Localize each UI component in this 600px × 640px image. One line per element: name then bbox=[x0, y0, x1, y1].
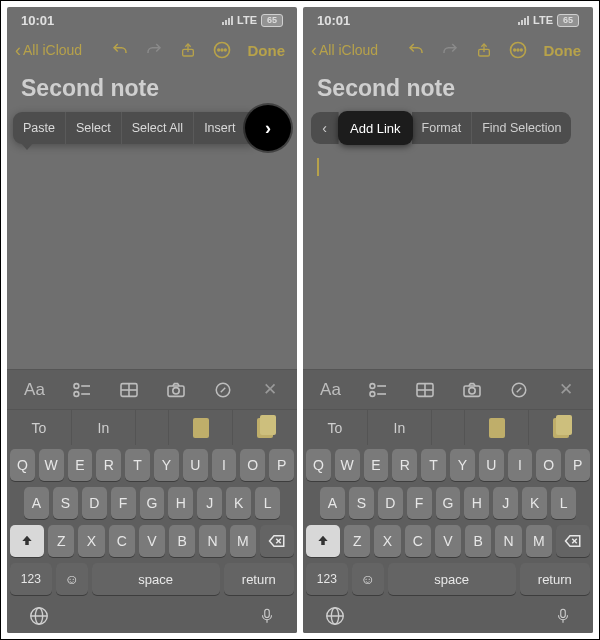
share-button[interactable] bbox=[472, 38, 496, 62]
key-n[interactable]: N bbox=[199, 525, 225, 557]
key-z[interactable]: Z bbox=[48, 525, 74, 557]
key-h[interactable]: H bbox=[168, 487, 193, 519]
key-q[interactable]: Q bbox=[10, 449, 35, 481]
key-p[interactable]: P bbox=[269, 449, 294, 481]
key-s[interactable]: S bbox=[53, 487, 78, 519]
delete-key[interactable] bbox=[260, 525, 294, 557]
select-all-button[interactable]: Select All bbox=[122, 112, 194, 144]
key-o[interactable]: O bbox=[240, 449, 265, 481]
key-h[interactable]: H bbox=[464, 487, 489, 519]
shift-key[interactable] bbox=[306, 525, 340, 557]
close-toolbar-button[interactable]: ✕ bbox=[542, 370, 589, 409]
key-y[interactable]: Y bbox=[154, 449, 179, 481]
globe-key[interactable] bbox=[324, 605, 346, 627]
key-t[interactable]: T bbox=[125, 449, 150, 481]
close-toolbar-button[interactable]: ✕ bbox=[246, 370, 293, 409]
key-z[interactable]: Z bbox=[344, 525, 370, 557]
key-w[interactable]: W bbox=[335, 449, 360, 481]
key-l[interactable]: L bbox=[551, 487, 576, 519]
markup-button[interactable] bbox=[199, 370, 246, 409]
key-v[interactable]: V bbox=[435, 525, 461, 557]
key-d[interactable]: D bbox=[378, 487, 403, 519]
undo-button[interactable] bbox=[404, 38, 428, 62]
key-v[interactable]: V bbox=[139, 525, 165, 557]
note-body[interactable] bbox=[303, 152, 593, 369]
key-w[interactable]: W bbox=[39, 449, 64, 481]
key-m[interactable]: M bbox=[230, 525, 256, 557]
key-x[interactable]: X bbox=[374, 525, 400, 557]
predictive-left[interactable]: To bbox=[303, 410, 368, 445]
key-m[interactable]: M bbox=[526, 525, 552, 557]
checklist-button[interactable] bbox=[58, 370, 105, 409]
numbers-key[interactable]: 123 bbox=[306, 563, 348, 595]
sticker-1[interactable] bbox=[169, 410, 234, 445]
key-k[interactable]: K bbox=[226, 487, 251, 519]
note-title[interactable]: Second note bbox=[7, 67, 297, 112]
key-i[interactable]: I bbox=[212, 449, 237, 481]
emoji-key[interactable]: ☺ bbox=[56, 563, 88, 595]
note-body[interactable] bbox=[7, 152, 297, 369]
share-button[interactable] bbox=[176, 38, 200, 62]
numbers-key[interactable]: 123 bbox=[10, 563, 52, 595]
find-selection-button[interactable]: Find Selection bbox=[472, 112, 571, 144]
key-q[interactable]: Q bbox=[306, 449, 331, 481]
predictive-empty[interactable] bbox=[432, 410, 465, 445]
key-g[interactable]: G bbox=[436, 487, 461, 519]
insert-button[interactable]: Insert bbox=[194, 112, 245, 144]
undo-button[interactable] bbox=[108, 38, 132, 62]
paste-button[interactable]: Paste bbox=[13, 112, 66, 144]
more-button[interactable] bbox=[506, 38, 530, 62]
camera-button[interactable] bbox=[448, 370, 495, 409]
table-button[interactable] bbox=[105, 370, 152, 409]
select-button[interactable]: Select bbox=[66, 112, 122, 144]
table-button[interactable] bbox=[401, 370, 448, 409]
key-k[interactable]: K bbox=[522, 487, 547, 519]
key-b[interactable]: B bbox=[169, 525, 195, 557]
key-c[interactable]: C bbox=[109, 525, 135, 557]
checklist-button[interactable] bbox=[354, 370, 401, 409]
back-button[interactable]: ‹ All iCloud bbox=[311, 41, 378, 59]
predictive-left[interactable]: To bbox=[7, 410, 72, 445]
key-t[interactable]: T bbox=[421, 449, 446, 481]
key-b[interactable]: B bbox=[465, 525, 491, 557]
shift-key[interactable] bbox=[10, 525, 44, 557]
key-x[interactable]: X bbox=[78, 525, 104, 557]
space-key[interactable]: space bbox=[388, 563, 516, 595]
note-title[interactable]: Second note bbox=[303, 67, 593, 112]
dictation-key[interactable] bbox=[258, 605, 276, 627]
return-key[interactable]: return bbox=[224, 563, 294, 595]
key-a[interactable]: A bbox=[24, 487, 49, 519]
space-key[interactable]: space bbox=[92, 563, 220, 595]
key-r[interactable]: R bbox=[392, 449, 417, 481]
camera-button[interactable] bbox=[152, 370, 199, 409]
key-i[interactable]: I bbox=[508, 449, 533, 481]
key-s[interactable]: S bbox=[349, 487, 374, 519]
key-j[interactable]: J bbox=[197, 487, 222, 519]
key-g[interactable]: G bbox=[140, 487, 165, 519]
key-f[interactable]: F bbox=[111, 487, 136, 519]
key-u[interactable]: U bbox=[479, 449, 504, 481]
key-l[interactable]: L bbox=[255, 487, 280, 519]
key-e[interactable]: E bbox=[68, 449, 93, 481]
predictive-center[interactable]: In bbox=[72, 410, 137, 445]
key-e[interactable]: E bbox=[364, 449, 389, 481]
sticker-1[interactable] bbox=[465, 410, 530, 445]
done-button[interactable]: Done bbox=[540, 42, 586, 59]
key-d[interactable]: D bbox=[82, 487, 107, 519]
return-key[interactable]: return bbox=[520, 563, 590, 595]
markup-button[interactable] bbox=[495, 370, 542, 409]
dictation-key[interactable] bbox=[554, 605, 572, 627]
predictive-center[interactable]: In bbox=[368, 410, 433, 445]
format-button[interactable]: Format bbox=[412, 112, 473, 144]
add-link-button[interactable]: Add Link bbox=[338, 111, 413, 145]
key-u[interactable]: U bbox=[183, 449, 208, 481]
more-button[interactable] bbox=[210, 38, 234, 62]
emoji-key[interactable]: ☺ bbox=[352, 563, 384, 595]
predictive-empty[interactable] bbox=[136, 410, 169, 445]
sticker-2[interactable] bbox=[529, 410, 593, 445]
key-c[interactable]: C bbox=[405, 525, 431, 557]
text-format-button[interactable]: Aa bbox=[307, 370, 354, 409]
text-format-button[interactable]: Aa bbox=[11, 370, 58, 409]
sticker-2[interactable] bbox=[233, 410, 297, 445]
key-y[interactable]: Y bbox=[450, 449, 475, 481]
